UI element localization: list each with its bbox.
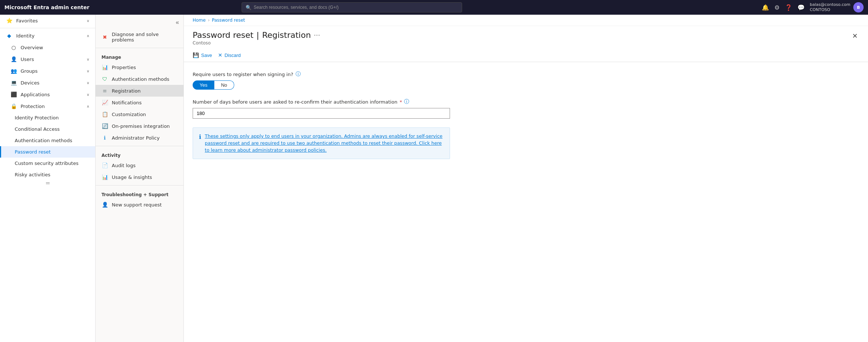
avatar[interactable]: B (853, 2, 864, 12)
nav-item-customization[interactable]: 📋 Customization (96, 108, 183, 120)
overview-icon: ○ (10, 44, 17, 50)
audit-icon: 📄 (101, 162, 108, 168)
content-area: Home › Password reset Password reset | R… (184, 15, 868, 342)
toolbar: 💾 Save ✕ Discard (184, 48, 868, 62)
sidebar-item-devices[interactable]: 💻 Devices ∨ (0, 77, 95, 89)
collapse-button[interactable]: « (176, 19, 179, 26)
nav-item-label: On-premises integration (112, 123, 170, 129)
nav-item-on-premises[interactable]: 🔄 On-premises integration (96, 120, 183, 132)
days-label: Number of days before users are asked to… (193, 98, 859, 105)
brand: Microsoft Entra admin center (4, 4, 89, 10)
register-info-icon[interactable]: ⓘ (296, 71, 301, 78)
nav-item-audit-logs[interactable]: 📄 Audit logs (96, 159, 183, 171)
nav-item-label: Customization (112, 112, 146, 117)
page-header-left: Password reset | Registration ··· Contos… (193, 30, 320, 46)
nav-item-properties[interactable]: 📊 Properties (96, 61, 183, 73)
days-info-icon[interactable]: ⓘ (404, 98, 409, 105)
sidebar: ⭐ Favorites ∨ ◆ Identity ∧ ○ Overview 👤 … (0, 15, 96, 342)
info-text: These settings only apply to end users i… (205, 133, 444, 154)
user-menu[interactable]: balas@contoso.com CONTOSO B (810, 2, 864, 13)
sidebar-item-identity-protection[interactable]: Identity Protection (0, 112, 95, 123)
protection-icon: 🔒 (10, 103, 17, 109)
days-label-text: Number of days before users are asked to… (193, 99, 397, 105)
sidebar-item-conditional-access[interactable]: Conditional Access (0, 123, 95, 135)
sidebar-item-password-reset[interactable]: Password reset (0, 146, 95, 158)
chevron-down-icon: ∨ (87, 69, 89, 73)
sidebar-item-risky-activities[interactable]: Risky activities (0, 169, 95, 180)
manage-section-label: Manage (96, 50, 183, 61)
sidebar-item-auth-methods[interactable]: Authentication methods (0, 135, 95, 146)
sidebar-item-label: Conditional Access (15, 126, 60, 132)
inner-nav: « ✖ Diagnose and solve problems Manage 📊… (96, 15, 184, 342)
close-button[interactable]: ✕ (851, 30, 859, 42)
nav-item-auth-methods[interactable]: 🛡 Authentication methods (96, 73, 183, 85)
topbar-icons: 🔔 ⚙️ ❓ 💬 balas@contoso.com CONTOSO B (762, 2, 864, 13)
sidebar-item-identity[interactable]: ◆ Identity ∧ (0, 30, 95, 42)
sidebar-item-label: Devices (21, 80, 39, 86)
nav-item-notifications[interactable]: 📈 Notifications (96, 97, 183, 108)
days-form-group: Number of days before users are asked to… (193, 98, 859, 119)
page-title: Password reset | Registration ··· (193, 30, 320, 40)
page-title-main: Password reset (193, 30, 253, 40)
search-bar[interactable]: 🔍 (242, 2, 462, 12)
sidebar-item-label: Risky activities (15, 172, 50, 177)
users-icon: 👤 (10, 56, 17, 62)
notification-icon[interactable]: 🔔 (762, 4, 769, 11)
help-icon[interactable]: ❓ (785, 4, 792, 11)
nav-item-label: New support request (112, 202, 162, 208)
breadcrumb-current: Password reset (212, 18, 245, 23)
nav-item-diagnose[interactable]: ✖ Diagnose and solve problems (96, 29, 183, 46)
sidebar-item-label: Password reset (15, 149, 51, 155)
nav-item-registration[interactable]: ≡ Registration (96, 85, 183, 97)
nav-item-label: Diagnose and solve problems (112, 32, 178, 43)
nav-item-usage-insights[interactable]: 📊 Usage & insights (96, 171, 183, 183)
page-title-sub: Registration (262, 30, 311, 40)
chevron-up-icon: ∧ (87, 34, 89, 38)
main-layout: ⭐ Favorites ∨ ◆ Identity ∧ ○ Overview 👤 … (0, 15, 868, 342)
topbar: Microsoft Entra admin center 🔍 🔔 ⚙️ ❓ 💬 … (0, 0, 868, 15)
nav-collapse-control[interactable]: « (96, 18, 183, 29)
page-ellipsis-menu[interactable]: ··· (314, 31, 320, 39)
settings-icon[interactable]: ⚙️ (774, 4, 779, 11)
chevron-down-icon: ∨ (87, 81, 89, 85)
sidebar-item-users[interactable]: 👤 Users ∨ (0, 53, 95, 65)
sidebar-item-label: Custom security attributes (15, 161, 78, 166)
save-label: Save (201, 53, 212, 58)
registration-icon: ≡ (101, 88, 108, 94)
feedback-icon[interactable]: 💬 (797, 4, 805, 11)
nav-item-label: Notifications (112, 100, 142, 105)
sidebar-item-protection[interactable]: 🔒 Protection ∧ (0, 100, 95, 112)
favorites-label: Favorites (16, 18, 38, 24)
nav-item-new-support[interactable]: 👤 New support request (96, 199, 183, 210)
brand-text: Microsoft Entra admin center (4, 4, 89, 10)
groups-icon: 👥 (10, 68, 17, 74)
identity-icon: ◆ (6, 33, 12, 39)
sidebar-item-label: Groups (21, 68, 37, 74)
save-icon: 💾 (193, 52, 199, 58)
info-link[interactable]: These settings only apply to end users i… (205, 133, 442, 153)
yes-button[interactable]: Yes (193, 80, 214, 90)
sidebar-item-favorites[interactable]: ⭐ Favorites ∨ (0, 15, 95, 26)
page-header: Password reset | Registration ··· Contos… (184, 26, 868, 48)
no-button[interactable]: No (214, 80, 234, 90)
register-question-text: Require users to register when signing i… (193, 72, 293, 77)
breadcrumb-home[interactable]: Home (193, 18, 206, 23)
register-form-group: Require users to register when signing i… (193, 71, 859, 90)
nav-item-admin-policy[interactable]: ℹ Administrator Policy (96, 132, 183, 144)
usage-icon: 📊 (101, 174, 108, 180)
sidebar-item-groups[interactable]: 👥 Groups ∨ (0, 65, 95, 77)
sidebar-item-label: Overview (21, 45, 43, 50)
nav-item-label: Properties (112, 65, 136, 70)
form-content: Require users to register when signing i… (184, 62, 868, 342)
scroll-indicator (0, 180, 95, 188)
sidebar-item-custom-security[interactable]: Custom security attributes (0, 158, 95, 169)
discard-button[interactable]: ✕ Discard (218, 51, 241, 60)
title-separator: | (256, 30, 259, 40)
sidebar-item-applications[interactable]: ⬛ Applications ∨ (0, 89, 95, 100)
sidebar-item-overview[interactable]: ○ Overview (0, 42, 95, 53)
days-input[interactable]: 180 (193, 108, 450, 119)
search-input[interactable] (254, 5, 458, 10)
save-button[interactable]: 💾 Save (193, 51, 212, 60)
register-question-label: Require users to register when signing i… (193, 71, 859, 78)
chevron-down-icon: ∨ (87, 57, 89, 61)
